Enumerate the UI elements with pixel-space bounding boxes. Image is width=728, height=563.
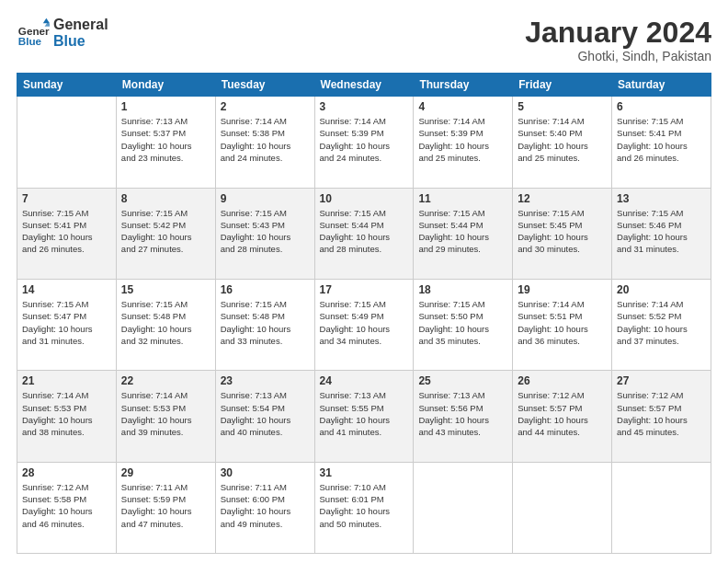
day-number: 20 [617, 283, 706, 296]
calendar-cell: 1Sunrise: 7:13 AMSunset: 5:37 PMDaylight… [116, 97, 215, 188]
day-number: 1 [121, 100, 210, 113]
cell-content: Sunrise: 7:15 AMSunset: 5:44 PMDaylight:… [320, 207, 409, 256]
subtitle: Ghotki, Sindh, Pakistan [525, 49, 711, 63]
cell-content: Sunrise: 7:14 AMSunset: 5:53 PMDaylight:… [22, 389, 111, 438]
calendar-cell: 30Sunrise: 7:11 AMSunset: 6:00 PMDayligh… [215, 462, 314, 553]
cell-content: Sunrise: 7:15 AMSunset: 5:48 PMDaylight:… [121, 298, 210, 347]
calendar-cell: 7Sunrise: 7:15 AMSunset: 5:41 PMDaylight… [17, 188, 117, 279]
calendar-week-row: 14Sunrise: 7:15 AMSunset: 5:47 PMDayligh… [17, 279, 711, 370]
logo-icon: General Blue [17, 17, 50, 50]
calendar-header-thursday: Thursday [414, 74, 513, 97]
calendar-cell: 29Sunrise: 7:11 AMSunset: 5:59 PMDayligh… [116, 462, 215, 553]
day-number: 23 [221, 374, 310, 387]
cell-content: Sunrise: 7:12 AMSunset: 5:57 PMDaylight:… [518, 389, 607, 438]
cell-content: Sunrise: 7:15 AMSunset: 5:45 PMDaylight:… [518, 207, 607, 256]
calendar-header-row: SundayMondayTuesdayWednesdayThursdayFrid… [17, 74, 711, 97]
header: General Blue General Blue January 2024 G… [17, 17, 711, 63]
day-number: 18 [418, 283, 507, 296]
logo-general: General [53, 17, 108, 33]
calendar-header-tuesday: Tuesday [215, 74, 314, 97]
calendar-cell: 16Sunrise: 7:15 AMSunset: 5:48 PMDayligh… [215, 279, 314, 370]
calendar-cell: 10Sunrise: 7:15 AMSunset: 5:44 PMDayligh… [314, 188, 414, 279]
cell-content: Sunrise: 7:14 AMSunset: 5:38 PMDaylight:… [221, 115, 310, 164]
cell-content: Sunrise: 7:15 AMSunset: 5:49 PMDaylight:… [320, 298, 409, 347]
day-number: 3 [320, 100, 409, 113]
day-number: 29 [121, 466, 210, 479]
calendar-header-monday: Monday [116, 74, 215, 97]
calendar-cell: 5Sunrise: 7:14 AMSunset: 5:40 PMDaylight… [513, 97, 612, 188]
title-block: January 2024 Ghotki, Sindh, Pakistan [525, 17, 711, 63]
day-number: 11 [418, 192, 507, 205]
day-number: 7 [22, 192, 111, 205]
day-number: 28 [22, 466, 111, 479]
cell-content: Sunrise: 7:15 AMSunset: 5:47 PMDaylight:… [22, 298, 111, 347]
calendar-cell: 28Sunrise: 7:12 AMSunset: 5:58 PMDayligh… [17, 462, 117, 553]
cell-content: Sunrise: 7:15 AMSunset: 5:48 PMDaylight:… [221, 298, 310, 347]
calendar-cell [513, 462, 612, 553]
cell-content: Sunrise: 7:15 AMSunset: 5:46 PMDaylight:… [617, 207, 706, 256]
cell-content: Sunrise: 7:13 AMSunset: 5:54 PMDaylight:… [221, 389, 310, 438]
calendar-cell: 4Sunrise: 7:14 AMSunset: 5:39 PMDaylight… [414, 97, 513, 188]
page: General Blue General Blue January 2024 G… [0, 0, 728, 563]
svg-text:Blue: Blue [18, 35, 42, 47]
cell-content: Sunrise: 7:14 AMSunset: 5:51 PMDaylight:… [518, 298, 607, 347]
logo-blue: Blue [53, 33, 108, 50]
day-number: 15 [121, 283, 210, 296]
day-number: 8 [121, 192, 210, 205]
cell-content: Sunrise: 7:15 AMSunset: 5:41 PMDaylight:… [617, 115, 706, 164]
calendar-cell [17, 97, 117, 188]
svg-marker-2 [43, 18, 50, 23]
calendar-cell: 31Sunrise: 7:10 AMSunset: 6:01 PMDayligh… [314, 462, 414, 553]
calendar-cell [612, 462, 711, 553]
cell-content: Sunrise: 7:13 AMSunset: 5:55 PMDaylight:… [320, 389, 409, 438]
calendar-cell: 6Sunrise: 7:15 AMSunset: 5:41 PMDaylight… [612, 97, 711, 188]
cell-content: Sunrise: 7:11 AMSunset: 6:00 PMDaylight:… [221, 481, 310, 530]
cell-content: Sunrise: 7:13 AMSunset: 5:37 PMDaylight:… [121, 115, 210, 164]
cell-content: Sunrise: 7:10 AMSunset: 6:01 PMDaylight:… [320, 481, 409, 530]
calendar-cell: 14Sunrise: 7:15 AMSunset: 5:47 PMDayligh… [17, 279, 117, 370]
logo: General Blue General Blue [17, 17, 108, 50]
day-number: 24 [320, 374, 409, 387]
cell-content: Sunrise: 7:12 AMSunset: 5:58 PMDaylight:… [22, 481, 111, 530]
day-number: 10 [320, 192, 409, 205]
calendar-cell: 13Sunrise: 7:15 AMSunset: 5:46 PMDayligh… [612, 188, 711, 279]
day-number: 25 [418, 374, 507, 387]
calendar-cell: 24Sunrise: 7:13 AMSunset: 5:55 PMDayligh… [314, 371, 414, 462]
calendar-cell: 26Sunrise: 7:12 AMSunset: 5:57 PMDayligh… [513, 371, 612, 462]
day-number: 5 [518, 100, 607, 113]
calendar-cell: 17Sunrise: 7:15 AMSunset: 5:49 PMDayligh… [314, 279, 414, 370]
calendar-week-row: 28Sunrise: 7:12 AMSunset: 5:58 PMDayligh… [17, 462, 711, 553]
calendar-cell: 25Sunrise: 7:13 AMSunset: 5:56 PMDayligh… [414, 371, 513, 462]
calendar-cell: 9Sunrise: 7:15 AMSunset: 5:43 PMDaylight… [215, 188, 314, 279]
calendar-cell: 23Sunrise: 7:13 AMSunset: 5:54 PMDayligh… [215, 371, 314, 462]
cell-content: Sunrise: 7:12 AMSunset: 5:57 PMDaylight:… [617, 389, 706, 438]
day-number: 12 [518, 192, 607, 205]
cell-content: Sunrise: 7:14 AMSunset: 5:52 PMDaylight:… [617, 298, 706, 347]
day-number: 6 [617, 100, 706, 113]
cell-content: Sunrise: 7:14 AMSunset: 5:53 PMDaylight:… [121, 389, 210, 438]
cell-content: Sunrise: 7:11 AMSunset: 5:59 PMDaylight:… [121, 481, 210, 530]
main-title: January 2024 [525, 17, 711, 49]
calendar-cell: 18Sunrise: 7:15 AMSunset: 5:50 PMDayligh… [414, 279, 513, 370]
cell-content: Sunrise: 7:15 AMSunset: 5:41 PMDaylight:… [22, 207, 111, 256]
calendar-cell: 19Sunrise: 7:14 AMSunset: 5:51 PMDayligh… [513, 279, 612, 370]
cell-content: Sunrise: 7:15 AMSunset: 5:44 PMDaylight:… [418, 207, 507, 256]
calendar-header-friday: Friday [513, 74, 612, 97]
day-number: 9 [221, 192, 310, 205]
cell-content: Sunrise: 7:14 AMSunset: 5:39 PMDaylight:… [418, 115, 507, 164]
calendar-cell: 12Sunrise: 7:15 AMSunset: 5:45 PMDayligh… [513, 188, 612, 279]
calendar-cell: 20Sunrise: 7:14 AMSunset: 5:52 PMDayligh… [612, 279, 711, 370]
calendar-week-row: 1Sunrise: 7:13 AMSunset: 5:37 PMDaylight… [17, 97, 711, 188]
calendar-header-sunday: Sunday [17, 74, 117, 97]
day-number: 30 [221, 466, 310, 479]
day-number: 16 [221, 283, 310, 296]
calendar-cell: 21Sunrise: 7:14 AMSunset: 5:53 PMDayligh… [17, 371, 117, 462]
day-number: 4 [418, 100, 507, 113]
day-number: 26 [518, 374, 607, 387]
day-number: 31 [320, 466, 409, 479]
cell-content: Sunrise: 7:13 AMSunset: 5:56 PMDaylight:… [418, 389, 507, 438]
calendar-header-wednesday: Wednesday [314, 74, 414, 97]
cell-content: Sunrise: 7:15 AMSunset: 5:43 PMDaylight:… [221, 207, 310, 256]
cell-content: Sunrise: 7:14 AMSunset: 5:40 PMDaylight:… [518, 115, 607, 164]
day-number: 17 [320, 283, 409, 296]
